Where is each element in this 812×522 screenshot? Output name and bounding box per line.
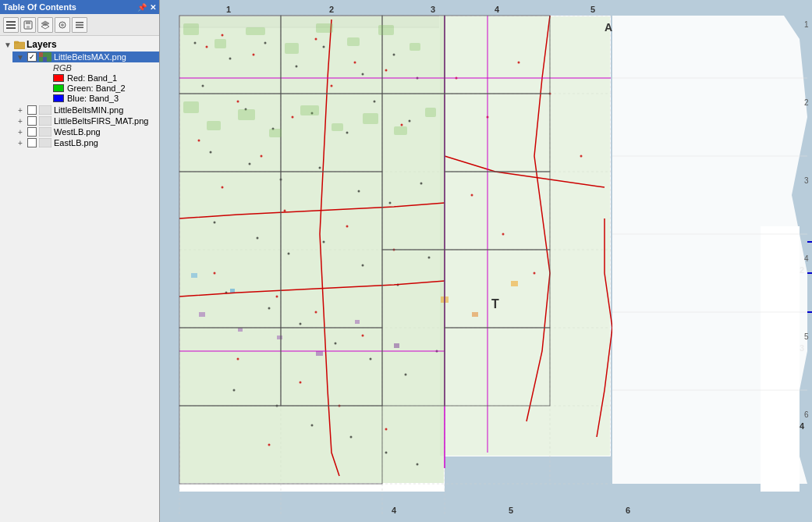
svg-point-83 xyxy=(202,85,204,87)
svg-rect-191 xyxy=(394,126,407,135)
map-area[interactable]: 1 2 3 4 5 2 3 4 4 5 6 A T 1 2 3 4 5 xyxy=(160,0,812,522)
svg-rect-185 xyxy=(207,121,221,130)
svg-point-45 xyxy=(315,38,317,41)
layer-row-west[interactable]: + WestLB.png xyxy=(12,126,159,137)
toc-section-layers: ▼ Layers ▼ xyxy=(0,37,159,148)
svg-point-42 xyxy=(206,46,208,48)
red-swatch xyxy=(53,74,64,82)
layer-checkbox-firs[interactable] xyxy=(27,116,37,126)
layer-row-firs[interactable]: + LittleBeltsFIRS_MAT.png xyxy=(12,115,159,126)
map-canvas: 1 2 3 4 5 2 3 4 4 5 6 A T 1 2 3 4 5 xyxy=(160,0,812,522)
svg-point-78 xyxy=(296,66,298,68)
svg-rect-17 xyxy=(43,57,47,62)
list-view-button[interactable] xyxy=(3,17,19,33)
svg-point-46 xyxy=(354,62,356,64)
svg-rect-12 xyxy=(76,27,83,28)
svg-point-94 xyxy=(358,190,360,193)
layer-checkbox-min[interactable] xyxy=(27,105,37,115)
svg-point-114 xyxy=(350,436,353,439)
toc-titlebar-controls: 📌 ✕ xyxy=(137,3,156,12)
raster-icon xyxy=(39,138,51,147)
svg-point-93 xyxy=(319,167,321,169)
more-button[interactable] xyxy=(72,17,87,33)
raster-icon xyxy=(39,105,51,115)
svg-text:1: 1 xyxy=(226,5,231,14)
layers-button[interactable] xyxy=(37,17,53,33)
svg-rect-178 xyxy=(246,27,265,35)
svg-text:2: 2 xyxy=(329,5,334,14)
svg-point-75 xyxy=(194,42,197,44)
layer-name-min: LittleBeltsMIN.png xyxy=(54,105,123,115)
svg-rect-21 xyxy=(39,138,51,147)
svg-point-72 xyxy=(471,194,473,197)
svg-point-44 xyxy=(253,54,255,56)
svg-rect-119 xyxy=(277,336,282,339)
svg-point-99 xyxy=(288,253,290,255)
svg-rect-181 xyxy=(347,37,360,46)
svg-text:A: A xyxy=(605,21,612,34)
toc-content: ▼ Layers ▼ xyxy=(0,36,159,522)
svg-rect-117 xyxy=(199,312,205,317)
svg-text:3: 3 xyxy=(431,5,435,14)
svg-text:4: 4 xyxy=(392,506,397,515)
svg-point-89 xyxy=(409,120,411,123)
options-button[interactable] xyxy=(55,17,70,33)
svg-point-66 xyxy=(268,444,271,446)
svg-point-95 xyxy=(389,202,392,204)
layer-row-max[interactable]: ▼ LittleBeltsMAX.png xyxy=(12,51,159,62)
svg-point-80 xyxy=(362,73,364,76)
raster-icon xyxy=(39,127,51,137)
green-swatch xyxy=(53,84,64,92)
svg-point-62 xyxy=(237,358,239,360)
svg-rect-190 xyxy=(363,113,378,124)
layers-section-header[interactable]: ▼ Layers xyxy=(0,37,159,51)
svg-point-96 xyxy=(420,183,423,185)
toc-titlebar: Table Of Contents 📌 ✕ xyxy=(0,0,159,14)
svg-rect-10 xyxy=(76,22,83,23)
svg-text:4: 4 xyxy=(804,254,809,263)
svg-rect-192 xyxy=(425,108,436,117)
svg-rect-16 xyxy=(39,52,43,57)
close-icon[interactable]: ✕ xyxy=(150,3,156,12)
save-button[interactable] xyxy=(20,17,36,33)
svg-text:5: 5 xyxy=(804,332,809,341)
svg-point-106 xyxy=(300,323,302,325)
pin-icon[interactable]: 📌 xyxy=(137,3,147,12)
svg-rect-18 xyxy=(39,105,51,115)
folder-icon xyxy=(14,39,25,50)
layers-label: Layers xyxy=(27,39,57,50)
toc-toolbar xyxy=(0,14,159,36)
svg-point-91 xyxy=(249,163,251,165)
svg-text:T: T xyxy=(491,297,499,311)
layer-checkbox-west[interactable] xyxy=(27,127,37,137)
svg-rect-125 xyxy=(511,281,518,286)
expand-icon: + xyxy=(16,139,25,147)
svg-point-107 xyxy=(335,343,337,345)
svg-rect-180 xyxy=(316,23,333,33)
layer-checkbox-east[interactable] xyxy=(27,138,37,147)
svg-rect-20 xyxy=(39,127,51,137)
svg-rect-14 xyxy=(14,41,19,43)
svg-rect-4 xyxy=(26,21,30,24)
expand-icon: ▼ xyxy=(16,53,25,62)
svg-rect-183 xyxy=(410,43,420,51)
layer-row-min[interactable]: + LittleBeltsMIN.png xyxy=(12,105,159,115)
expand-icon: ▼ xyxy=(3,41,12,49)
svg-rect-126 xyxy=(191,273,197,278)
expand-icon: + xyxy=(16,117,25,126)
svg-point-61 xyxy=(362,335,364,337)
svg-point-56 xyxy=(346,225,349,228)
svg-point-81 xyxy=(393,54,395,56)
svg-point-90 xyxy=(210,151,212,154)
svg-rect-1 xyxy=(6,24,16,26)
band-red: Red: Band_1 xyxy=(53,73,159,83)
layer-name-firs: LittleBeltsFIRS_MAT.png xyxy=(54,116,148,126)
svg-point-50 xyxy=(385,69,388,72)
layer-checkbox-max[interactable] xyxy=(27,52,37,62)
layer-row-east[interactable]: + EastLB.png xyxy=(12,137,159,148)
svg-text:2: 2 xyxy=(804,98,809,107)
svg-rect-186 xyxy=(238,109,255,120)
svg-point-88 xyxy=(374,101,376,103)
svg-point-43 xyxy=(222,34,224,37)
svg-rect-182 xyxy=(378,25,394,35)
